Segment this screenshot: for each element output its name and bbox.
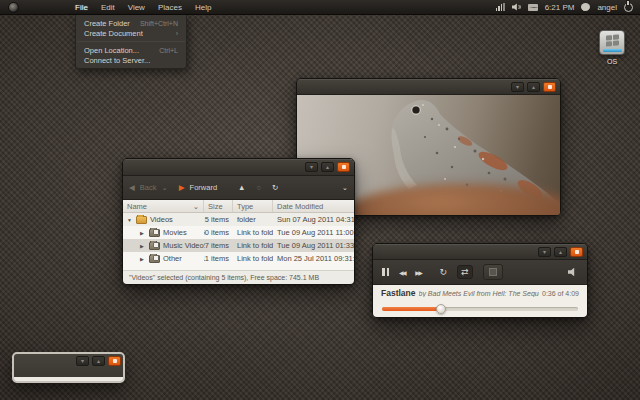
fm-list: Name ⌄ Size Type Date Modified ▼ Videos …	[123, 200, 354, 270]
clock[interactable]: 6:21 PM	[545, 3, 575, 12]
volume-icon[interactable]	[568, 268, 578, 277]
column-type[interactable]: Type	[233, 200, 273, 212]
track-title: Fastlane	[381, 288, 416, 298]
submenu-arrow-icon: ›	[176, 30, 178, 37]
music-player-window: ▾ ▴ ◀◀ ▶▶ ↻ ⇄ Fastlane by Bad Meets Evil…	[372, 243, 588, 318]
link-folder-icon	[149, 229, 160, 237]
track-time: 0:36 of 4:09	[542, 290, 579, 297]
table-row-movies[interactable]: ▶ Movies 50 items Link to folder Tue 09 …	[123, 226, 354, 239]
window-minimize-button[interactable]: ▾	[538, 247, 551, 257]
table-row-music-videos[interactable]: ▶ Music Videos 27 items Link to folder T…	[123, 239, 354, 252]
mini-window-statusbar	[14, 377, 123, 381]
menu-item-create-folder[interactable]: Create Folder Shift+Ctrl+N	[76, 18, 186, 28]
expander-icon[interactable]: ▶	[140, 243, 146, 249]
username[interactable]: angel	[597, 3, 617, 12]
link-folder-icon	[149, 255, 160, 263]
window-close-button[interactable]	[570, 247, 583, 257]
menu-item-connect-to-server[interactable]: Connect to Server...	[76, 55, 186, 65]
window-maximize-button[interactable]: ▴	[527, 82, 540, 92]
forward-button[interactable]: Forward	[190, 183, 218, 192]
menu-places[interactable]: Places	[158, 3, 182, 12]
network-signal-icon[interactable]	[496, 3, 505, 11]
back-button[interactable]: Back	[140, 183, 157, 192]
desktop-icon-os[interactable]: OS	[594, 30, 630, 65]
menu-separator	[77, 41, 185, 42]
titlebar[interactable]: ▾ ▴	[123, 159, 354, 176]
window-close-button[interactable]	[108, 356, 121, 366]
os-drive-icon	[599, 30, 625, 55]
window-maximize-button[interactable]: ▴	[321, 162, 334, 172]
stop-icon[interactable]: ○	[257, 183, 262, 192]
distro-logo-icon[interactable]	[8, 2, 19, 13]
back-history-chevron-icon[interactable]: ⌄	[161, 183, 167, 192]
menu-file[interactable]: File	[75, 3, 88, 12]
previous-icon[interactable]: ◀◀	[399, 269, 405, 276]
repeat-icon[interactable]: ↻	[439, 267, 447, 277]
top-panel: File Edit View Places Help 6:21 PM angel	[0, 0, 640, 15]
column-date-modified[interactable]: Date Modified	[273, 200, 354, 212]
status-bar: "Videos" selected (containing 5 items), …	[123, 270, 354, 284]
file-manager-window: ▾ ▴ ◀ Back ⌄ ▶ Forward ▲ ○ ↻ ⌄ Name ⌄ Si…	[122, 158, 355, 285]
column-size[interactable]: Size	[204, 200, 233, 212]
fm-toolbar: ◀ Back ⌄ ▶ Forward ▲ ○ ↻ ⌄	[123, 176, 354, 200]
expander-icon[interactable]: ▼	[127, 217, 133, 223]
next-icon[interactable]: ▶▶	[415, 269, 421, 276]
expander-icon[interactable]: ▶	[140, 256, 146, 262]
up-icon[interactable]: ▲	[238, 183, 245, 192]
expander-icon[interactable]: ▶	[140, 230, 146, 236]
playback-controls: ◀◀ ▶▶ ↻ ⇄	[373, 260, 587, 285]
menubar: File Edit View Places Help	[75, 3, 211, 12]
titlebar[interactable]: ▾ ▴	[297, 79, 560, 95]
table-row-other[interactable]: ▶ Other 11 items Link to folder Mon 25 J…	[123, 252, 354, 265]
window-close-button[interactable]	[337, 162, 350, 172]
column-headers: Name ⌄ Size Type Date Modified	[123, 200, 354, 213]
forward-icon[interactable]: ▶	[179, 183, 185, 192]
seek-handle[interactable]	[436, 304, 446, 314]
shuffle-icon[interactable]: ⇄	[457, 265, 473, 279]
menu-item-open-location[interactable]: Open Location... Ctrl+L	[76, 45, 186, 55]
toolbar-chevron-icon[interactable]: ⌄	[342, 183, 348, 192]
mail-icon[interactable]	[528, 4, 538, 11]
table-row-videos[interactable]: ▼ Videos 5 items folder Sun 07 Aug 2011 …	[123, 213, 354, 226]
power-icon[interactable]	[624, 3, 633, 12]
window-maximize-button[interactable]: ▴	[92, 356, 105, 366]
sort-icon: ⌄	[193, 202, 199, 211]
menu-help[interactable]: Help	[195, 3, 211, 12]
system-tray: 6:21 PM angel	[496, 3, 640, 12]
window-minimize-button[interactable]: ▾	[511, 82, 524, 92]
shortcut-label: Shift+Ctrl+N	[140, 20, 178, 27]
refresh-icon[interactable]: ↻	[272, 183, 278, 192]
menu-edit[interactable]: Edit	[101, 3, 115, 12]
column-name[interactable]: Name ⌄	[123, 200, 204, 212]
seek-slider[interactable]	[382, 307, 578, 311]
desktop[interactable]: File Edit View Places Help 6:21 PM angel…	[0, 0, 640, 400]
desktop-icon-label: OS	[594, 58, 630, 65]
titlebar[interactable]: ▾ ▴	[373, 244, 587, 260]
track-detail: by Bad Meets Evil from Hell: The Sequel …	[419, 290, 540, 297]
seek-fill	[382, 307, 441, 311]
window-maximize-button[interactable]: ▴	[554, 247, 567, 257]
album-art-icon[interactable]	[483, 264, 503, 280]
window-minimize-button[interactable]: ▾	[76, 356, 89, 366]
menu-item-create-document[interactable]: Create Document ›	[76, 28, 186, 38]
back-icon[interactable]: ◀	[129, 183, 135, 192]
pause-icon[interactable]	[382, 268, 389, 276]
now-playing-info: Fastlane by Bad Meets Evil from Hell: Th…	[373, 285, 587, 301]
shortcut-label: Ctrl+L	[159, 47, 178, 54]
window-minimize-button[interactable]: ▾	[305, 162, 318, 172]
file-menu-dropdown: Create Folder Shift+Ctrl+N Create Docume…	[75, 15, 187, 69]
chat-icon[interactable]	[581, 3, 590, 11]
volume-icon[interactable]	[512, 3, 521, 11]
seek-row	[373, 301, 587, 317]
folder-icon	[136, 216, 147, 224]
mini-window[interactable]: ▾ ▴	[12, 352, 125, 383]
link-folder-icon	[149, 242, 160, 250]
window-close-button[interactable]	[543, 82, 556, 92]
menu-view[interactable]: View	[128, 3, 145, 12]
